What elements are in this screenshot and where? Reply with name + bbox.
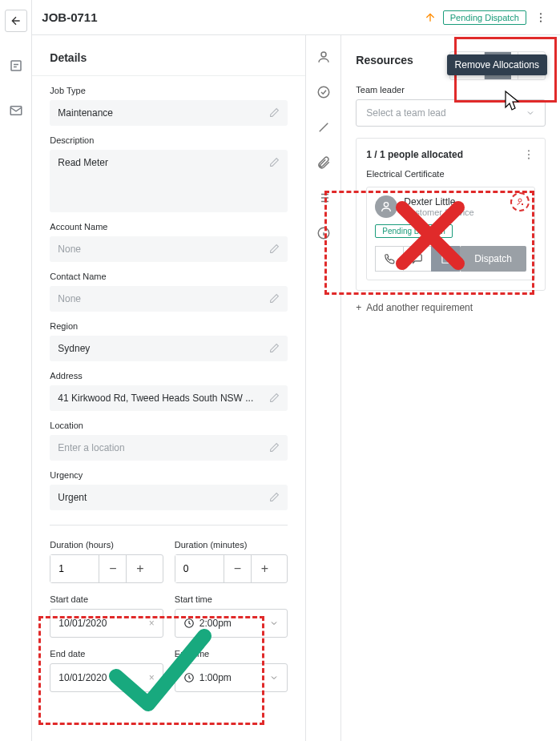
- chevron-down-icon: [269, 618, 279, 628]
- status-badge: Pending Dispatch: [443, 10, 526, 25]
- page-title: JOB-0711: [42, 10, 97, 24]
- clear-icon[interactable]: ×: [149, 672, 155, 683]
- allocation-card: 1 / 1 people allocated Electrical Certif…: [356, 138, 546, 291]
- svg-point-13: [528, 158, 530, 159]
- resource-status-badge: Pending Dispatch: [375, 224, 452, 238]
- resource-role: Customer Service: [404, 207, 473, 217]
- job-type-input[interactable]: Maintenance: [50, 100, 288, 126]
- plus-button[interactable]: +: [251, 555, 278, 582]
- svg-point-11: [528, 150, 530, 151]
- duration-minutes-input[interactable]: [175, 555, 224, 582]
- address-input[interactable]: 41 Kirkwood Rd, Tweed Heads South NSW ..…: [50, 385, 288, 411]
- pencil-icon: [269, 157, 280, 167]
- contact-value: None: [58, 293, 81, 304]
- end-date-label: End date: [50, 649, 163, 658]
- check-circle-icon[interactable]: [316, 85, 331, 99]
- svg-point-8: [318, 87, 329, 98]
- urgency-label: Urgency: [50, 470, 288, 480]
- mail-icon[interactable]: [5, 99, 27, 122]
- requirement-label: Electrical Certificate: [366, 169, 535, 179]
- region-value: Sydney: [58, 343, 90, 354]
- svg-point-4: [540, 20, 542, 22]
- clock-icon: [183, 618, 195, 629]
- location-input[interactable]: Enter a location: [50, 435, 288, 461]
- map-button[interactable]: [431, 246, 460, 272]
- more-menu-icon[interactable]: [531, 11, 550, 24]
- account-label: Account Name: [50, 222, 288, 232]
- duration-hours-stepper[interactable]: − +: [50, 554, 163, 583]
- list-icon[interactable]: [316, 191, 331, 205]
- urgency-input[interactable]: Urgent: [50, 485, 288, 510]
- team-leader-placeholder: Select a team lead: [366, 107, 445, 119]
- svg-point-7: [321, 52, 326, 57]
- attachment-icon[interactable]: [316, 155, 331, 170]
- pencil-icon: [269, 393, 280, 403]
- end-date-input[interactable]: 10/01/2020 ×: [50, 663, 163, 692]
- message-button[interactable]: [403, 246, 432, 272]
- pencil-icon: [269, 492, 280, 502]
- job-type-value: Maintenance: [58, 107, 113, 119]
- plus-icon: +: [356, 302, 361, 313]
- clock-icon: [183, 672, 195, 683]
- team-leader-select[interactable]: Select a team lead: [356, 99, 546, 127]
- svg-point-3: [540, 16, 542, 18]
- job-type-label: Job Type: [50, 86, 288, 95]
- svg-rect-0: [11, 61, 21, 70]
- minus-button[interactable]: −: [99, 555, 126, 582]
- team-leader-label: Team leader: [356, 85, 546, 95]
- chevron-down-icon: [526, 108, 535, 118]
- svg-rect-16: [442, 255, 449, 264]
- chevron-down-icon: [269, 673, 279, 683]
- description-value: Read Meter: [58, 157, 108, 168]
- region-input[interactable]: Sydney: [50, 336, 288, 361]
- dispatch-button[interactable]: Dispatch: [460, 246, 526, 272]
- contact-input[interactable]: None: [50, 286, 288, 312]
- plus-button[interactable]: +: [126, 555, 153, 582]
- location-label: Location: [50, 421, 288, 430]
- duration-hours-input[interactable]: [50, 555, 99, 582]
- start-date-input[interactable]: 10/01/2020 ×: [50, 609, 163, 638]
- start-time-input[interactable]: 2:00pm: [175, 609, 288, 638]
- notes-icon[interactable]: [5, 54, 27, 77]
- add-requirement-label: Add another requirement: [366, 302, 473, 313]
- svg-point-2: [540, 13, 542, 14]
- call-button[interactable]: [375, 246, 404, 272]
- account-value: None: [58, 244, 81, 255]
- more-menu-icon[interactable]: [522, 148, 535, 161]
- pencil-icon: [269, 244, 280, 254]
- details-heading: Details: [32, 35, 305, 76]
- end-time-input[interactable]: 1:00pm: [175, 663, 288, 692]
- svg-point-12: [528, 154, 530, 155]
- duration-minutes-label: Duration (minutes): [175, 540, 288, 550]
- end-date-value: 10/01/2020: [58, 672, 107, 683]
- slash-icon[interactable]: [316, 120, 331, 135]
- allocation-count: 1 / 1 people allocated: [366, 149, 463, 160]
- remove-resource-icon[interactable]: [510, 192, 530, 211]
- tooltip: Remove Allocations: [447, 54, 547, 75]
- address-label: Address: [50, 371, 288, 381]
- resource-name: Dexter Little: [404, 196, 473, 207]
- address-value: 41 Kirkwood Rd, Tweed Heads South NSW ..…: [58, 393, 253, 404]
- info-icon[interactable]: [316, 226, 331, 240]
- person-icon[interactable]: [316, 50, 331, 64]
- pencil-icon: [269, 442, 280, 453]
- clear-icon[interactable]: ×: [149, 618, 155, 629]
- account-input[interactable]: None: [50, 236, 288, 262]
- avatar: [375, 195, 397, 218]
- pencil-icon: [269, 343, 280, 353]
- description-label: Description: [50, 135, 288, 145]
- start-date-label: Start date: [50, 594, 163, 604]
- end-time-value: 1:00pm: [199, 672, 232, 683]
- duration-minutes-stepper[interactable]: − +: [175, 554, 288, 583]
- resource-card: Dexter Little Customer Service Pending D…: [366, 187, 535, 280]
- location-placeholder: Enter a location: [58, 442, 124, 453]
- add-requirement-link[interactable]: + Add another requirement: [356, 302, 546, 313]
- resources-heading: Resources: [356, 54, 413, 66]
- region-label: Region: [50, 321, 288, 331]
- description-input[interactable]: Read Meter: [50, 150, 288, 212]
- minus-button[interactable]: −: [224, 555, 251, 582]
- upload-icon[interactable]: [422, 10, 438, 26]
- back-button[interactable]: [5, 10, 27, 32]
- svg-point-15: [518, 199, 522, 202]
- svg-point-14: [385, 203, 389, 207]
